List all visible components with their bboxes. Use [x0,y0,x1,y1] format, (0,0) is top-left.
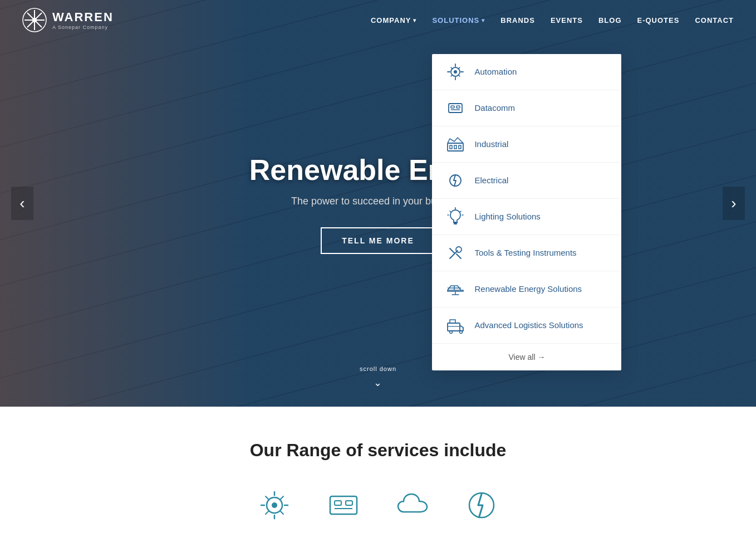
datacomm-label: Datacomm [474,103,515,113]
service-datacomm-icon [326,487,361,523]
svg-rect-9 [451,106,454,108]
electrical-icon [445,170,465,191]
svg-rect-37 [450,320,455,323]
logo-text: WARREN A Sonepar Company [52,10,114,30]
svg-point-34 [450,330,453,333]
svg-rect-14 [454,145,456,149]
service-automation [257,487,292,523]
dropdown-item-logistics[interactable]: Advanced Logistics Solutions [432,307,621,344]
hero-cta-button[interactable]: TELL ME MORE [321,227,435,254]
svg-point-35 [460,330,463,333]
nav-solutions-wrapper: SOLUTIONS ▾ Automation [432,16,485,25]
nav-events[interactable]: EVENTS [551,16,583,25]
services-grid [22,487,734,523]
dropdown-item-electrical[interactable]: Electrical [432,163,621,199]
automation-icon [445,62,465,82]
nav-brands[interactable]: BRANDS [500,16,535,25]
svg-point-25 [456,247,462,252]
services-section: Our Range of services include [0,407,756,542]
nav-solutions[interactable]: SOLUTIONS ▾ [432,16,485,25]
service-electrical-icon [464,487,499,523]
service-cloud-icon [395,487,430,523]
logo-name: WARREN [52,10,114,25]
nav-equotes[interactable]: E-QUOTES [637,16,680,25]
dropdown-item-datacomm[interactable]: Datacomm [432,90,621,126]
header: WARREN A Sonepar Company COMPANY ▾ SOLUT… [0,0,756,40]
lighting-icon [445,207,465,227]
scroll-chevron-icon: ⌄ [360,377,396,389]
industrial-label: Industrial [474,139,508,149]
svg-line-27 [450,248,454,253]
lighting-label: Lighting Solutions [474,212,540,221]
service-cloud [395,487,430,523]
dropdown-item-renewable[interactable]: Renewable Energy Solutions [432,271,621,307]
logo-icon [22,8,47,32]
svg-line-21 [450,211,451,212]
svg-line-26 [456,254,461,258]
dropdown-item-industrial[interactable]: Industrial [432,126,621,163]
svg-point-5 [32,18,37,22]
svg-line-20 [460,211,462,212]
svg-rect-10 [456,106,460,108]
services-title: Our Range of services include [22,440,734,461]
scroll-down[interactable]: scroll down ⌄ [360,365,396,389]
service-datacomm [326,487,361,523]
dropdown-item-tools[interactable]: Tools & Testing Instruments [432,235,621,271]
dropdown-item-automation[interactable]: Automation [432,54,621,90]
hero-next-button[interactable]: › [723,187,745,220]
dropdown-item-lighting[interactable]: Lighting Solutions [432,199,621,235]
industrial-icon [445,134,465,154]
main-nav: COMPANY ▾ SOLUTIONS ▾ [371,16,734,25]
svg-rect-40 [330,496,357,514]
svg-point-7 [454,70,457,74]
svg-rect-13 [450,145,452,149]
logo-sub: A Sonepar Company [52,25,114,30]
nav-blog[interactable]: BLOG [598,16,622,25]
automation-label: Automation [474,67,517,76]
company-caret: ▾ [413,17,416,23]
hero-prev-button[interactable]: ‹ [11,187,33,220]
solutions-dropdown: Automation Datacomm [432,54,621,370]
tools-label: Tools & Testing Instruments [474,248,576,257]
view-all-link[interactable]: View all → [432,344,621,370]
svg-rect-33 [448,323,460,331]
nav-contact[interactable]: CONTACT [695,16,734,25]
logistics-icon [445,315,465,335]
logistics-label: Advanced Logistics Solutions [474,320,583,330]
renewable-label: Renewable Energy Solutions [474,284,582,294]
svg-point-39 [272,502,277,508]
logo[interactable]: WARREN A Sonepar Company [22,8,114,32]
solutions-caret: ▾ [482,17,485,23]
hero-section: ‹ › Renewable Energy The power to succee… [0,0,756,407]
service-electrical [464,487,499,523]
nav-company[interactable]: COMPANY ▾ [371,16,416,25]
svg-rect-15 [459,145,461,149]
datacomm-icon [445,98,465,118]
svg-rect-41 [335,501,341,505]
renewable-icon [445,279,465,299]
tools-icon [445,243,465,263]
electrical-label: Electrical [474,175,508,185]
svg-rect-42 [346,501,352,505]
svg-rect-28 [448,290,463,291]
service-automation-icon [257,487,292,523]
